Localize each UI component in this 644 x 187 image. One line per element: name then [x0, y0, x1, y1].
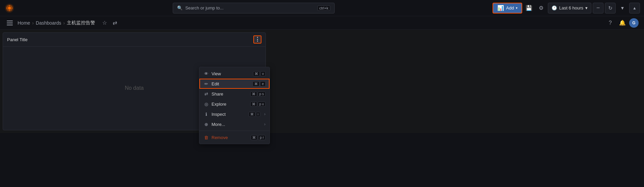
breadcrumb-home[interactable]: Home: [18, 20, 30, 26]
menu-item-inspect[interactable]: ℹ Inspect ⌘i ›: [199, 109, 270, 119]
panel-menu-button[interactable]: ⋮: [253, 35, 261, 44]
help-button[interactable]: ?: [605, 18, 616, 28]
add-button-label: Add: [506, 5, 514, 10]
nav-bar: Home › Dashboards › 主机监控告警 ☆ ⇄ ? 🔔 G: [0, 16, 644, 30]
menu-item-view-label: View: [212, 71, 250, 76]
clock-icon: 🕐: [552, 5, 557, 10]
breadcrumb-current: 主机监控告警: [67, 20, 95, 26]
search-icon: 🔍: [177, 5, 183, 10]
add-button[interactable]: 📊 Add ▾: [493, 3, 522, 14]
menu-line-1: [7, 21, 13, 21]
search-bar[interactable]: 🔍 Search or jump to... ctrl+k: [18, 3, 490, 14]
menu-divider: [199, 131, 270, 131]
edit-icon: ✏: [203, 81, 209, 86]
svg-rect-3: [9, 10, 9, 11]
svg-point-1: [8, 6, 11, 9]
add-chevron-icon: ▾: [516, 6, 517, 10]
edit-shortcut: ⌘e: [253, 81, 265, 86]
menu-item-remove-label: Remove: [212, 135, 248, 140]
inspect-icon: ℹ: [203, 111, 209, 117]
menu-item-inspect-label: Inspect: [212, 112, 246, 117]
remove-shortcut: ⌘p r: [251, 135, 265, 140]
zoom-out-button[interactable]: −: [593, 3, 604, 14]
menu-item-more[interactable]: ⊕ More... ›: [199, 119, 270, 129]
more-arrow-icon: ›: [264, 122, 265, 127]
hamburger-menu-button[interactable]: [5, 18, 15, 28]
context-menu: 👁 View ⌘v ✏ Edit ⌘e ⇄ Share ⌘p s ◎ Explo…: [199, 67, 270, 144]
view-icon: 👁: [203, 71, 209, 76]
menu-item-remove[interactable]: 🗑 Remove ⌘p r: [199, 132, 270, 142]
add-icon: 📊: [497, 5, 504, 11]
inspect-arrow-icon: ›: [264, 112, 265, 116]
nav-bar-right: ? 🔔 G: [605, 18, 639, 28]
menu-item-more-label: More...: [212, 122, 260, 127]
search-shortcut: ctrl+k: [317, 5, 331, 11]
share-icon: ⇄: [203, 91, 209, 97]
search-placeholder: Search or jump to...: [185, 5, 314, 10]
no-data-label: No data: [125, 85, 144, 91]
time-range-chevron: ▾: [585, 5, 588, 10]
menu-line-2: [7, 23, 13, 23]
breadcrumb-sep-2: ›: [63, 20, 65, 26]
settings-button[interactable]: ⚙: [536, 3, 547, 14]
refresh-button[interactable]: ↻: [605, 3, 616, 14]
collapse-button[interactable]: ▲: [629, 3, 640, 14]
inspect-shortcut: ⌘i: [249, 112, 260, 117]
remove-icon: 🗑: [203, 135, 209, 140]
top-bar-actions: 📊 Add ▾ 💾 ⚙ 🕐 Last 6 hours ▾ − ↻ ▾ ▲: [493, 3, 640, 14]
panel-title: Panel Title: [7, 37, 28, 42]
breadcrumb: Home › Dashboards › 主机监控告警: [18, 20, 95, 26]
avatar[interactable]: G: [629, 18, 639, 28]
more-icon: ⊕: [203, 122, 209, 127]
grafana-logo[interactable]: [4, 3, 15, 14]
menu-item-explore-label: Explore: [212, 102, 248, 107]
breadcrumb-dashboards[interactable]: Dashboards: [36, 20, 61, 26]
panel-title-bar: Panel Title ⋮: [3, 33, 265, 47]
search-input[interactable]: 🔍 Search or jump to... ctrl+k: [173, 3, 335, 14]
menu-item-share-label: Share: [212, 91, 248, 97]
breadcrumb-sep-1: ›: [32, 20, 34, 26]
menu-item-share[interactable]: ⇄ Share ⌘p s: [199, 89, 270, 99]
svg-rect-2: [9, 5, 9, 6]
top-bar: 🔍 Search or jump to... ctrl+k 📊 Add ▾ 💾 …: [0, 0, 644, 16]
share-shortcut: ⌘p s: [250, 91, 265, 97]
nav-icons: ☆ ⇄: [101, 19, 119, 27]
main-content: Panel Title ⋮ No data 👁 View ⌘v ✏ Edit ⌘…: [0, 30, 644, 133]
view-shortcut: ⌘v: [253, 71, 265, 76]
save-dashboard-button[interactable]: 💾: [524, 3, 534, 14]
menu-item-explore[interactable]: ◎ Explore ⌘p x: [199, 99, 270, 109]
alerts-button[interactable]: 🔔: [617, 18, 628, 28]
menu-item-view[interactable]: 👁 View ⌘v: [199, 69, 270, 79]
explore-icon: ◎: [203, 101, 209, 107]
time-range-label: Last 6 hours: [559, 5, 583, 10]
menu-line-3: [7, 25, 13, 25]
menu-item-edit-label: Edit: [212, 81, 250, 86]
menu-item-edit[interactable]: ✏ Edit ⌘e: [199, 79, 270, 89]
star-button[interactable]: ☆: [101, 19, 109, 27]
time-range-button[interactable]: 🕐 Last 6 hours ▾: [548, 3, 591, 14]
svg-rect-4: [6, 8, 8, 8]
sync-options-button[interactable]: ▾: [617, 3, 628, 14]
explore-shortcut: ⌘p x: [250, 102, 265, 107]
share-button[interactable]: ⇄: [111, 19, 119, 27]
svg-rect-5: [11, 8, 13, 8]
